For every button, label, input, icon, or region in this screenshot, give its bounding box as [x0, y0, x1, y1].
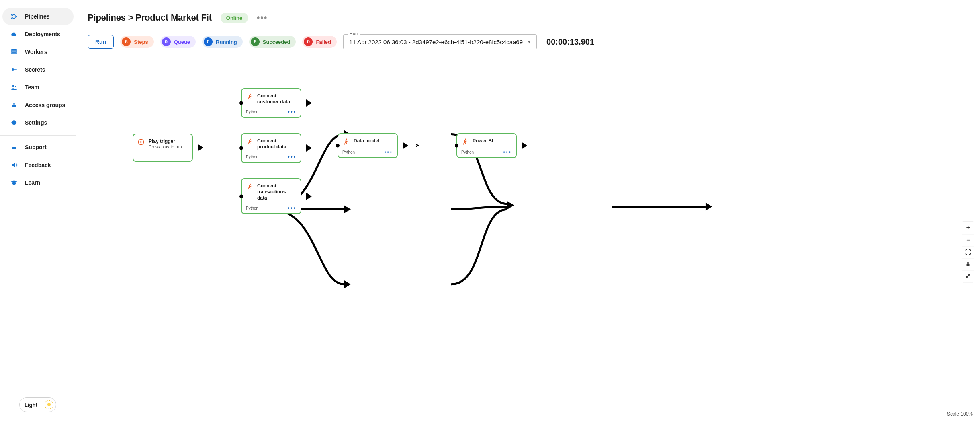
- sidebar-item-support[interactable]: Support: [2, 139, 74, 156]
- chip-queue-label: Queue: [174, 39, 190, 45]
- svg-rect-4: [12, 51, 16, 52]
- node-power-bi[interactable]: Power BI Python •••: [456, 133, 517, 158]
- node-title: Connect customer data: [257, 93, 293, 105]
- graduation-icon: [10, 179, 18, 186]
- node-input-port[interactable]: [239, 194, 243, 198]
- run-select[interactable]: Run 11 Apr 2022 06:36:03 - 2d3497e2-e6cb…: [343, 34, 537, 49]
- sidebar-item-label: Settings: [25, 119, 47, 126]
- chip-queue-count: 0: [162, 37, 171, 46]
- theme-toggle[interactable]: Light: [19, 397, 56, 412]
- node-lang: Python: [246, 206, 258, 210]
- chip-queue[interactable]: 0 Queue: [160, 36, 196, 48]
- sidebar-item-learn[interactable]: Learn: [2, 174, 74, 191]
- node-play-trigger[interactable]: Play trigger Press play to run: [133, 134, 193, 162]
- sidebar-item-deployments[interactable]: Deployments: [2, 26, 74, 43]
- sidebar-item-settings[interactable]: Settings: [2, 114, 74, 131]
- fit-view-button[interactable]: ⛶: [962, 246, 974, 258]
- node-menu-button[interactable]: •••: [503, 149, 512, 155]
- chip-succeeded[interactable]: 6 Succeeded: [249, 36, 296, 48]
- play-icon: [137, 138, 145, 146]
- node-data-model[interactable]: Data model Python •••: [338, 133, 398, 158]
- chip-failed[interactable]: 0 Failed: [302, 36, 337, 48]
- sidebar-main-group: Pipelines Deployments Workers Secrets Te: [0, 8, 76, 132]
- sidebar-item-secrets[interactable]: Secrets: [2, 61, 74, 78]
- node-title: Data model: [354, 138, 380, 144]
- workers-icon: [10, 48, 18, 56]
- svg-point-20: [250, 94, 251, 95]
- zoom-out-button[interactable]: －: [962, 234, 974, 246]
- chip-running[interactable]: 0 Running: [202, 36, 243, 48]
- node-lang: Python: [342, 150, 355, 154]
- node-lang: Python: [461, 150, 474, 154]
- svg-point-22: [250, 184, 251, 185]
- sidebar-item-team[interactable]: Team: [2, 79, 74, 96]
- runner-icon: [342, 138, 350, 145]
- chip-running-label: Running: [216, 39, 237, 45]
- sidebar-divider: [0, 135, 76, 136]
- node-output-port[interactable]: [198, 144, 203, 151]
- node-output-port[interactable]: [306, 193, 312, 200]
- node-input-port[interactable]: [239, 101, 243, 105]
- page-header: Pipelines > Product Market Fit Online ••…: [76, 0, 980, 31]
- node-output-port[interactable]: [403, 142, 408, 149]
- svg-point-10: [15, 86, 16, 87]
- node-input-port[interactable]: [455, 144, 458, 148]
- scale-label: Scale 100%: [947, 411, 973, 417]
- chevron-down-icon: ▼: [527, 39, 532, 45]
- chip-steps-count: 6: [122, 37, 131, 46]
- sidebar-item-label: Feedback: [25, 162, 51, 168]
- chip-succeeded-label: Succeeded: [263, 39, 291, 45]
- svg-marker-17: [706, 203, 712, 211]
- sidebar-item-workers[interactable]: Workers: [2, 43, 74, 60]
- chip-succeeded-count: 6: [251, 37, 260, 46]
- node-menu-button[interactable]: •••: [288, 154, 297, 160]
- sidebar-item-label: Support: [25, 144, 47, 150]
- sidebar-item-label: Learn: [25, 179, 40, 186]
- canvas[interactable]: Play trigger Press play to run Connect c…: [76, 55, 980, 424]
- chip-steps[interactable]: 6 Steps: [120, 36, 153, 48]
- runner-icon: [246, 183, 253, 190]
- main-area: Pipelines > Product Market Fit Online ••…: [76, 0, 980, 424]
- team-icon: [10, 84, 18, 91]
- header-menu-button[interactable]: •••: [257, 15, 268, 20]
- lock-canvas-button[interactable]: [962, 258, 974, 270]
- sidebar-item-feedback[interactable]: Feedback: [2, 156, 74, 173]
- run-button[interactable]: Run: [88, 35, 114, 49]
- sidebar-item-access-groups[interactable]: Access groups: [2, 97, 74, 113]
- node-input-port[interactable]: [336, 144, 340, 148]
- chip-failed-count: 0: [304, 37, 313, 46]
- breadcrumb: Pipelines > Product Market Fit: [88, 12, 212, 23]
- node-menu-button[interactable]: •••: [288, 205, 297, 211]
- node-title: Play trigger: [149, 138, 182, 144]
- svg-rect-8: [16, 69, 17, 71]
- svg-point-23: [346, 139, 347, 140]
- node-title: Connect transactions data: [257, 183, 293, 201]
- node-output-port[interactable]: [306, 144, 312, 152]
- canvas-controls: ＋ － ⛶ ⤢: [962, 221, 974, 282]
- node-connect-product-data[interactable]: Connect product data Python •••: [241, 133, 301, 163]
- sidebar-item-pipelines[interactable]: Pipelines: [2, 8, 74, 25]
- run-select-value: 11 Apr 2022 06:36:03 - 2d3497e2-e6cb-4f5…: [349, 39, 523, 45]
- node-connect-customer-data[interactable]: Connect customer data Python •••: [241, 88, 301, 118]
- svg-rect-3: [12, 50, 16, 51]
- node-output-port[interactable]: [306, 99, 312, 107]
- svg-point-24: [465, 139, 466, 140]
- support-icon: [10, 144, 18, 151]
- megaphone-icon: [10, 161, 18, 169]
- node-output-port[interactable]: [522, 142, 527, 149]
- secrets-icon: [10, 66, 18, 73]
- pipelines-icon: [10, 13, 18, 20]
- sidebar-item-label: Team: [25, 84, 39, 91]
- run-duration: 00:00:13.901: [546, 37, 594, 47]
- sidebar-item-label: Secrets: [25, 66, 45, 73]
- zoom-in-button[interactable]: ＋: [962, 222, 974, 234]
- node-input-port[interactable]: [239, 146, 243, 150]
- node-menu-button[interactable]: •••: [384, 149, 393, 155]
- svg-rect-11: [12, 105, 16, 107]
- fullscreen-button[interactable]: ⤢: [962, 270, 974, 282]
- runner-icon: [246, 138, 253, 145]
- sidebar: Pipelines Deployments Workers Secrets Te: [0, 0, 76, 424]
- node-menu-button[interactable]: •••: [288, 109, 297, 115]
- toolbar: Run 6 Steps 0 Queue 0 Running 6 Succeede…: [76, 31, 980, 55]
- node-connect-transactions-data[interactable]: Connect transactions data Python •••: [241, 178, 301, 214]
